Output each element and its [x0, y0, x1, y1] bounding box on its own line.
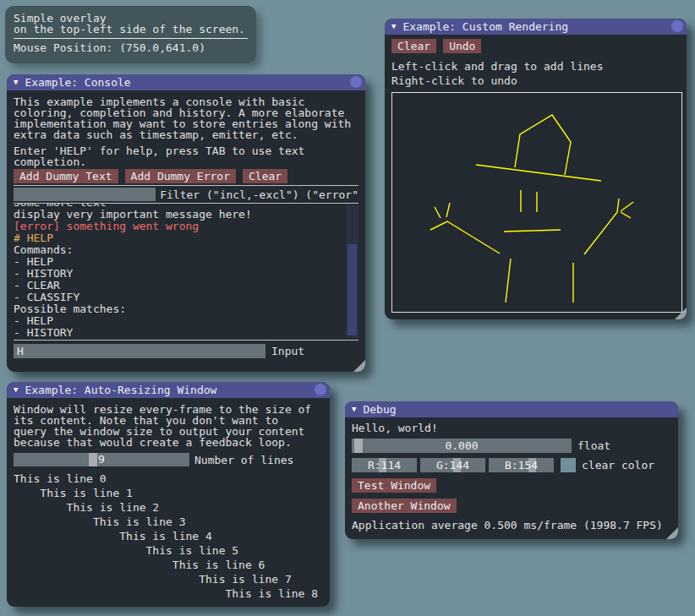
canvas-undo-button[interactable]: Undo: [443, 39, 481, 53]
log-line: - HELP: [14, 256, 358, 268]
close-button[interactable]: [671, 20, 683, 32]
canvas-hint2: Right-click to undo: [391, 75, 680, 86]
log-line: - HELP: [14, 315, 358, 327]
auto-resize-paragraph: Window will resize every-frame to the si…: [14, 404, 323, 448]
debug-titlebar[interactable]: ▼ Debug: [345, 401, 678, 417]
separator: [14, 340, 358, 341]
console-title: Example: Console: [25, 76, 130, 89]
add-dummy-error-button[interactable]: Add Dummy Error: [125, 169, 236, 183]
test-window-button[interactable]: Test Window: [352, 478, 436, 493]
demo-line: This is line 7: [14, 572, 323, 586]
slider-value: 9: [14, 453, 189, 466]
log-line: - CLEAR: [14, 280, 358, 292]
debug-title: Debug: [363, 403, 396, 416]
para-line: because that would create a feedback loo…: [14, 437, 323, 448]
hello-world-text: Hello, world!: [352, 422, 671, 433]
auto-resize-lines: This is line 0 This is line 1 This is li…: [14, 472, 323, 601]
console-log-lines: Some more textdisplay very important mes…: [14, 204, 358, 339]
close-button[interactable]: [315, 384, 326, 395]
scrollbar[interactable]: [346, 205, 358, 338]
number-of-lines-label: Number of lines: [194, 454, 293, 466]
color-drag-field[interactable]: G:144: [420, 458, 485, 472]
drawn-line: [446, 203, 450, 217]
log-line: Possible matches:: [14, 303, 358, 315]
fps-stats: Application average 0.500 ms/frame (1998…: [352, 520, 671, 531]
demo-line: This is line 3: [14, 515, 323, 529]
drag-label: R:114: [352, 458, 417, 472]
simple-overlay: Simple overlay on the top-left side of t…: [5, 6, 256, 63]
collapse-arrow-icon[interactable]: ▼: [14, 382, 18, 398]
drawn-line: [584, 199, 619, 254]
float-value: 0.000: [352, 439, 572, 453]
drawn-line: [504, 230, 561, 232]
resize-grip[interactable]: [666, 527, 678, 539]
auto-resizing-title: Example: Auto-Resizing Window: [25, 384, 216, 396]
overlay-separator: [14, 38, 248, 39]
collapse-arrow-icon[interactable]: ▼: [391, 19, 396, 35]
console-command-input[interactable]: H: [14, 344, 265, 358]
number-of-lines-slider[interactable]: 9: [14, 453, 189, 466]
log-line: - HISTORY: [14, 327, 358, 339]
filter-label: Filter ("incl,-excl") ("error": [160, 188, 358, 201]
filter-input[interactable]: [14, 188, 156, 201]
debug-window: ▼ Debug Hello, world! 0.000 float R:114G…: [345, 401, 678, 539]
custom-rendering-window: ▼ Example: Custom Rendering Clear Undo L…: [385, 19, 687, 319]
custom-rendering-title: Example: Custom Rendering: [402, 20, 568, 33]
demo-line: This is line 1: [14, 486, 323, 500]
drawn-line: [430, 221, 500, 253]
another-window-button[interactable]: Another Window: [352, 499, 457, 513]
console-titlebar[interactable]: ▼ Example: Console: [7, 74, 365, 90]
log-line: [error] something went wrong: [14, 221, 358, 232]
resize-grip[interactable]: [675, 308, 687, 319]
drawn-line: [435, 207, 441, 218]
resize-grip[interactable]: [353, 360, 365, 372]
custom-rendering-titlebar[interactable]: ▼ Example: Custom Rendering: [385, 19, 687, 35]
drag-label: G:144: [420, 458, 485, 472]
log-line: - HISTORY: [14, 268, 358, 280]
float-label: float: [577, 439, 610, 452]
auto-resizing-titlebar[interactable]: ▼ Example: Auto-Resizing Window: [7, 382, 330, 398]
drawn-line: [621, 202, 633, 211]
demo-line: This is line 2: [14, 500, 323, 515]
drawn-line: [476, 165, 601, 181]
console-log[interactable]: Some more textdisplay very important mes…: [14, 204, 358, 340]
drag-label: B:154: [489, 458, 554, 472]
console-window: ▼ Example: Console This example implemen…: [7, 74, 365, 372]
collapse-arrow-icon[interactable]: ▼: [352, 401, 356, 417]
log-line: # HELP: [14, 232, 358, 244]
mouse-position: Mouse Position: (750.0,641.0): [14, 42, 248, 53]
color-drag-field[interactable]: R:114: [352, 458, 417, 472]
color-drag-field[interactable]: B:154: [489, 458, 554, 472]
log-line: display very important message here!: [14, 209, 358, 221]
help-line: completion.: [14, 156, 358, 167]
log-line: Commands:: [14, 244, 358, 256]
stick-figure-drawing: [392, 93, 681, 312]
overlay-line2: on the top-left side of the screen.: [14, 24, 248, 35]
float-slider[interactable]: 0.000: [352, 439, 572, 453]
canvas-clear-button[interactable]: Clear: [391, 39, 436, 53]
drawn-line: [621, 212, 631, 218]
close-button[interactable]: [350, 76, 362, 88]
demo-line: This is line 8: [14, 586, 323, 601]
clear-button[interactable]: Clear: [243, 169, 287, 183]
clear-color-label: clear color: [582, 459, 654, 472]
drawn-line: [506, 259, 511, 303]
scrollbar-thumb[interactable]: [348, 244, 357, 335]
separator: [14, 185, 358, 186]
canvas-hint1: Left-click and drag to add lines: [391, 61, 680, 72]
console-intro: This example implements a console with b…: [14, 96, 358, 140]
log-line: - CLASSIFY: [14, 292, 358, 303]
drawn-line: [515, 115, 571, 175]
intro-line: extra data such as timestamp, emitter, e…: [14, 129, 358, 140]
demo-line: This is line 0: [14, 472, 323, 486]
add-dummy-text-button[interactable]: Add Dummy Text: [14, 169, 118, 183]
clear-color-swatch[interactable]: [561, 458, 576, 472]
demo-line: This is line 6: [14, 558, 323, 572]
auto-resizing-window: ▼ Example: Auto-Resizing Window Window w…: [7, 382, 330, 607]
drawing-canvas[interactable]: [391, 92, 682, 313]
demo-line: This is line 5: [14, 543, 323, 558]
clear-color-rgb-fields: R:114G:144B:154: [352, 458, 554, 472]
collapse-arrow-icon[interactable]: ▼: [14, 74, 18, 90]
input-label: Input: [271, 345, 304, 357]
demo-line: This is line 4: [14, 529, 323, 543]
